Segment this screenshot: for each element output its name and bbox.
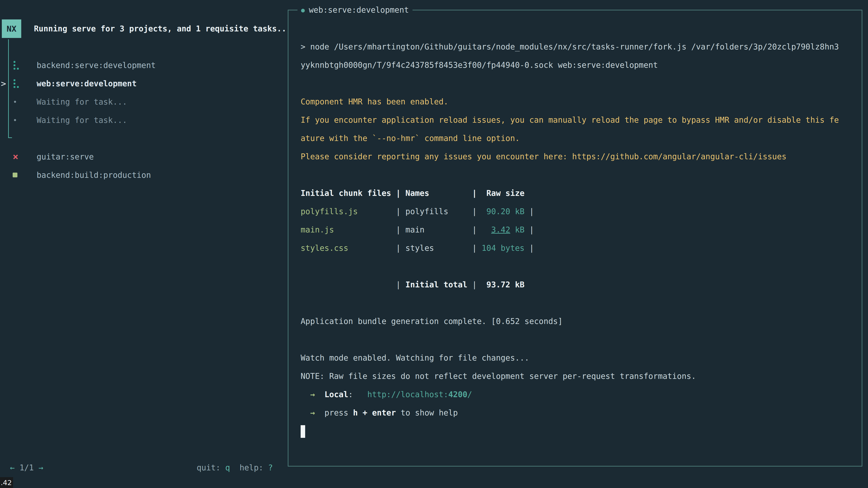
terminal-line: styles.css | styles | 104 bytes | (301, 239, 860, 257)
task-row-backend-serve-development[interactable]: backend:serve:development (0, 56, 156, 74)
pager-prev-icon[interactable]: ← (10, 463, 15, 472)
text-segment: 93.72 kB (487, 280, 525, 289)
panel-title-text: web:serve:development (309, 5, 409, 14)
terminal-line: > node /Users/mhartington/Github/guitars… (301, 38, 860, 56)
text-segment: Please consider reporting any issues you… (301, 152, 786, 161)
text-segment: | (467, 280, 487, 289)
text-segment: 90.20 kB (482, 207, 525, 216)
panel-title: ● web:serve:development (298, 4, 412, 16)
text-segment: styles.css (301, 243, 348, 253)
text-segment: h + enter (353, 408, 396, 417)
text-segment: 3.42 (491, 225, 510, 234)
selected-task-caret: > (0, 78, 11, 89)
text-segment: to show help (396, 408, 458, 417)
task-row-backend-build-production[interactable]: backend:build:production (0, 166, 151, 184)
text-segment: Component HMR has been enabled. (301, 97, 448, 106)
terminal-line: Please consider reporting any issues you… (301, 148, 860, 166)
square-icon (13, 173, 18, 177)
text-segment (34, 463, 38, 472)
text-segment: polyfills.js (301, 207, 358, 216)
text-segment: : (348, 390, 367, 399)
app-title: Running serve for 3 projects, and 1 requ… (34, 20, 286, 38)
text-segment (482, 225, 491, 234)
text-segment: Application bundle generation complete. … (301, 317, 563, 326)
local-url-port[interactable]: 4200 (448, 390, 467, 399)
text-segment (230, 463, 240, 472)
text-segment: press (324, 408, 353, 417)
task-icon-slot (11, 119, 37, 121)
text-segment (15, 463, 20, 472)
task-row-waiting-for-task-[interactable]: Waiting for task... (0, 93, 156, 111)
task-icon-slot (11, 101, 37, 103)
terminal-line: Component HMR has been enabled. (301, 93, 860, 111)
terminal-line (301, 257, 860, 275)
terminal-line (301, 166, 860, 184)
terminal-line (301, 74, 860, 93)
pager-next-icon[interactable]: → (38, 463, 43, 472)
spinner-icon (13, 83, 16, 85)
text-segment: polyfills (405, 207, 448, 216)
status-dot-icon: ● (301, 7, 305, 13)
keyboard-hints: quit: q help: ? (197, 459, 273, 477)
text-segment: | (301, 280, 405, 289)
text-segment: main (405, 225, 425, 234)
text-segment: > node /Users/mhartington/Github/guitars… (301, 42, 839, 51)
task-label: Waiting for task... (37, 97, 127, 106)
text-segment: Initial chunk files | Names | Raw size (301, 189, 524, 198)
caret-slot (0, 60, 11, 70)
terminal-line: Watch mode enabled. Watching for file ch… (301, 349, 860, 367)
caret-slot (0, 97, 11, 107)
task-label: guitar:serve (37, 152, 94, 161)
text-segment: ature with the `--no-hmr` command line o… (301, 134, 520, 143)
caret-slot (0, 115, 11, 125)
overlay-badge: .42 (0, 477, 13, 488)
terminal-line: | Initial total | 93.72 kB (301, 275, 860, 294)
terminal-line: → press h + enter to show help (301, 404, 860, 422)
terminal-line (301, 330, 860, 349)
text-segment (315, 408, 324, 417)
arrow-icon: → (310, 390, 315, 399)
quit-key: q (225, 463, 230, 472)
text-segment: | (348, 243, 405, 253)
task-label: backend:serve:development (37, 61, 156, 70)
text-segment: | (334, 225, 405, 234)
task-label: web:serve:development (37, 79, 137, 88)
waiting-dot-icon (14, 101, 16, 103)
spinner-icon (13, 64, 16, 66)
task-label: Waiting for task... (37, 116, 127, 125)
text-segment: | (524, 207, 534, 216)
terminal-line: polyfills.js | polyfills | 90.20 kB | (301, 202, 860, 221)
terminal-line: → Local: http://localhost:4200/ (301, 385, 860, 404)
help-label: help: (240, 463, 268, 472)
text-segment: Local (324, 390, 348, 399)
task-row-guitar-serve[interactable]: ×guitar:serve (0, 148, 151, 166)
terminal-cursor (301, 425, 305, 438)
text-segment: NOTE: Raw file sizes do not reflect deve… (301, 372, 696, 381)
task-list-finished: ×guitar:serve backend:build:production (0, 148, 151, 184)
task-icon-slot (11, 83, 37, 85)
nx-logo-badge: NX (2, 20, 21, 38)
terminal-line: yyknnbtgh0000gn/T/9f4c243785f8453e3f00/f… (301, 56, 860, 74)
text-segment: kB (510, 225, 524, 234)
help-key: ? (268, 463, 273, 472)
text-segment: | (358, 207, 405, 216)
task-icon-slot: × (11, 152, 37, 162)
text-segment: | (448, 207, 482, 216)
task-row-web-serve-development[interactable]: >web:serve:development (0, 74, 156, 93)
task-output-panel: ● web:serve:development > node /Users/mh… (288, 10, 862, 466)
text-segment (301, 408, 310, 417)
local-url[interactable]: http://localhost: (367, 390, 448, 399)
quit-label: quit: (197, 463, 225, 472)
local-url-slash[interactable]: / (467, 390, 472, 399)
text-segment: Initial total (405, 280, 467, 289)
text-segment: If you encounter application reload issu… (301, 116, 839, 125)
text-segment: | (524, 243, 534, 253)
text-segment: Watch mode enabled. Watching for file ch… (301, 353, 529, 362)
caret-slot (0, 152, 11, 162)
terminal-line: Initial chunk files | Names | Raw size (301, 184, 860, 202)
terminal-line (301, 294, 860, 312)
task-icon-slot (11, 173, 37, 177)
terminal-output: > node /Users/mhartington/Github/guitars… (301, 38, 860, 440)
task-row-waiting-for-task-[interactable]: Waiting for task... (0, 111, 156, 129)
task-label: backend:build:production (37, 170, 151, 180)
